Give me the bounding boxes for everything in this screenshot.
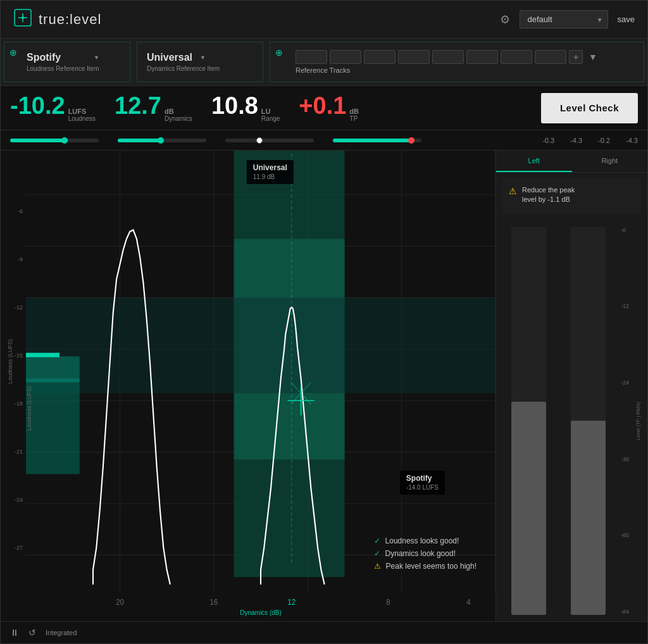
app-container: true:level ⚙ default save ⊕ Spotify Appl… [0, 0, 648, 644]
loudness-ref-select[interactable]: Spotify Apple Music YouTube [27, 52, 99, 63]
level-check-button[interactable]: Level Check [541, 93, 638, 123]
ref-add-button[interactable]: + [569, 50, 583, 64]
ref-slot-1[interactable] [296, 50, 327, 64]
meters-row: -10.2 LUFS Loudness 12.7 dB Dynamics 10.… [1, 86, 647, 130]
loudness-ref-section: ⊕ Spotify Apple Music YouTube Loudness R… [4, 42, 130, 82]
dynamics-ref-select-wrapper: Universal Custom [147, 52, 206, 63]
spotify-label-text: Spotify [406, 474, 432, 483]
ref-dropdown-button[interactable]: ▼ [589, 52, 597, 62]
left-bar-fill [511, 402, 546, 615]
ref-slot-3[interactable] [364, 50, 396, 64]
right-bar-track [571, 227, 606, 615]
settings-icon[interactable]: ⚙ [500, 13, 510, 27]
svg-text:4: 4 [466, 598, 471, 607]
svg-rect-28 [26, 353, 59, 357]
dynamics-units: dB Dynamics [165, 108, 192, 122]
status-dynamics: ✓ Dynamics look good! [374, 549, 477, 558]
ref-track-slots: + ▼ [296, 50, 634, 64]
range-units: LU Range [261, 108, 280, 122]
right-panel: Left Right ⚠ Reduce the peaklevel by -1.… [495, 151, 647, 621]
chart-inner: 20 16 12 8 4 Universal 11.9 dB Spotify -… [26, 151, 495, 621]
scale-val-3: -0.2 [598, 137, 610, 144]
peak-value: +0.1 [299, 94, 346, 118]
slider-row: -0.3 -4.3 -0.2 -4.3 [1, 130, 647, 151]
scale-val-1: -0.3 [542, 137, 554, 144]
warning-peak-text: Reduce the peaklevel by -1.1 dB [522, 185, 575, 205]
y-tick-6: -6 [4, 208, 23, 214]
ref-slot-8[interactable] [535, 50, 566, 64]
svg-text:16: 16 [209, 598, 218, 607]
y-tick-9: -9 [4, 256, 23, 263]
warning-item-peak: ⚠ Reduce the peaklevel by -1.1 dB [509, 185, 635, 205]
dynamics-slider[interactable] [118, 139, 206, 142]
tab-right[interactable]: Right [572, 151, 648, 172]
status-dynamics-text: Dynamics look good! [385, 549, 456, 558]
svg-text:8: 8 [386, 598, 390, 607]
universal-sub: 11.9 dB [253, 173, 275, 180]
universal-label-text: Universal [253, 163, 287, 172]
y-axis: -6 -9 -12 -15 -18 -21 -24 -27 [1, 151, 26, 621]
y-axis-label: Loudness (LUFS) [7, 339, 13, 384]
integrated-label: Integrated [46, 629, 77, 636]
loudness-crosshair-icon: ⊕ [9, 47, 17, 58]
bottom-bar: ⏸ ↺ Integrated [1, 621, 647, 643]
right-bar-container [562, 227, 615, 615]
loudness-ref-label: Loudness Reference Item [27, 65, 120, 72]
logo-icon [13, 8, 32, 31]
svg-point-3 [22, 16, 24, 19]
ref-slot-7[interactable] [501, 50, 532, 64]
left-bar-container [502, 227, 556, 615]
pause-icon[interactable]: ⏸ [10, 628, 19, 638]
peak-slider[interactable] [333, 139, 421, 142]
preset-dropdown[interactable]: default [520, 10, 608, 28]
x-axis-label: Dynamics (dB) [240, 609, 282, 616]
scale-minus-6: -6 [621, 227, 629, 233]
loudness-type: Loudness [68, 115, 96, 122]
status-peak: ⚠ Peak level seems too high! [374, 562, 477, 571]
status-peak-text: Peak level seems too high! [386, 562, 477, 571]
scale-val-2: -4.3 [570, 137, 582, 144]
status-loudness-text: Loudness looks good! [385, 536, 459, 545]
warning-box: ⚠ Reduce the peaklevel by -1.1 dB [502, 179, 641, 214]
status-peak-icon: ⚠ [374, 562, 381, 571]
logo: true:level [13, 8, 101, 31]
scale-minus-12: -12 [621, 303, 629, 309]
loudness-slider[interactable] [10, 139, 99, 142]
reference-tracks-label: Reference Tracks [296, 66, 634, 74]
status-loudness-icon: ✓ [374, 536, 380, 545]
ref-slot-6[interactable] [466, 50, 498, 64]
right-bar-fill [571, 421, 606, 615]
warning-peak-icon: ⚠ [509, 186, 517, 196]
spotify-sub: -14.0 LUFS [406, 484, 439, 491]
peak-units: dB TP [349, 108, 359, 122]
ref-crosshair-icon: ⊕ [275, 47, 283, 58]
chart-wrapper: -6 -9 -12 -15 -18 -21 -24 -27 Loudness (… [1, 151, 495, 621]
svg-text:20: 20 [116, 598, 124, 607]
ref-slot-5[interactable] [432, 50, 464, 64]
tab-left[interactable]: Left [496, 151, 572, 172]
status-loudness: ✓ Loudness looks good! [374, 536, 477, 545]
range-unit: LU [261, 108, 280, 115]
loudness-value: -10.2 [10, 94, 65, 118]
save-button[interactable]: save [618, 15, 635, 24]
scale-minus-36: -36 [621, 456, 629, 462]
dynamics-ref-select[interactable]: Universal Custom [147, 52, 206, 63]
dynamics-ref-section: Universal Custom Dynamics Reference Item [137, 42, 263, 82]
ref-slot-4[interactable] [398, 50, 430, 64]
scale-minus-84: -84 [621, 609, 629, 615]
peak-type: TP [349, 115, 359, 122]
svg-rect-22 [26, 357, 80, 383]
range-slider[interactable] [225, 139, 314, 142]
level-bars-container: -6 -12 -24 -36 -60 -84 Level (TP | RMS) [496, 221, 647, 621]
loop-icon[interactable]: ↺ [28, 628, 36, 638]
loudness-meter: -10.2 LUFS Loudness [10, 94, 96, 122]
scale-minus-60: -60 [621, 532, 629, 538]
svg-rect-20 [26, 298, 495, 393]
svg-text:12: 12 [287, 598, 296, 607]
y-tick-12: -12 [4, 304, 23, 311]
right-scale: -6 -12 -24 -36 -60 -84 [621, 227, 629, 615]
status-items: ✓ Loudness looks good! ✓ Dynamics look g… [374, 536, 477, 571]
range-value: 10.8 [211, 94, 258, 118]
main-content: -6 -9 -12 -15 -18 -21 -24 -27 Loudness (… [1, 151, 647, 621]
ref-slot-2[interactable] [330, 50, 361, 64]
